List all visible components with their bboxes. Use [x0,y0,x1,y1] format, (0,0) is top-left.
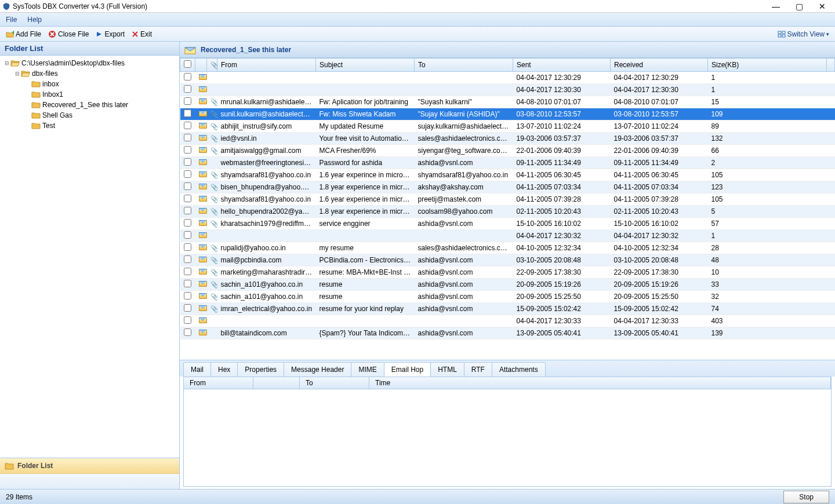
folder-icon [31,80,41,88]
cell-size: 66 [708,145,827,157]
row-checkbox[interactable] [184,255,191,263]
col-header-subject[interactable]: Subject [316,59,415,72]
menu-file[interactable]: File [6,16,17,24]
row-checkbox[interactable] [184,97,191,105]
mail-row[interactable]: bill@tataindicom.com{Spam?} Your Tata In… [180,327,835,339]
cell-sent: 04-10-2005 12:32:34 [513,242,611,254]
preview-col-time[interactable]: Time [369,377,831,389]
tab-properties[interactable]: Properties [237,362,284,377]
mail-row[interactable]: 📎sachin_a101@yahoo.co.inresumeashida@vsn… [180,291,835,303]
switch-view-label: Switch View [787,30,825,38]
row-checkbox[interactable] [184,109,191,117]
mail-row[interactable]: 📎amitjaiswalgg@gmail.comMCA Fresher/69%s… [180,145,835,157]
mail-row[interactable]: 📎mrunal.kulkarni@ashidaelectr...Fw: Apli… [180,96,835,108]
tab-rtf[interactable]: RTF [464,362,492,377]
tab-message-header[interactable]: Message Header [284,362,351,377]
close-button[interactable]: ✕ [816,2,828,11]
row-checkbox[interactable] [184,146,191,154]
col-header-received[interactable]: Received [611,59,708,72]
tab-mail[interactable]: Mail [183,362,211,377]
preview-col-empty[interactable] [253,377,300,389]
row-checkbox[interactable] [184,195,191,202]
row-checkbox[interactable] [184,85,191,93]
col-header-to[interactable]: To [415,59,513,72]
cell-to: ashida@vsnl.com [415,218,513,230]
row-checkbox[interactable] [184,158,191,166]
export-button[interactable]: Export [93,29,127,39]
sidebar-collapse-strip[interactable] [0,474,179,489]
tab-mime[interactable]: MIME [351,362,384,377]
col-header-checkbox[interactable] [180,59,195,72]
tree-node[interactable]: ⊟C:\Users\admin\Desktop\dbx-files [3,58,176,68]
col-header-from[interactable]: From [217,59,316,72]
mail-row[interactable]: 04-04-2017 12:30:3204-04-2017 12:30:321 [180,230,835,242]
row-checkbox[interactable] [184,219,191,227]
mail-row[interactable]: webmaster@freeringtonesindi...Password f… [180,157,835,169]
row-checkbox[interactable] [184,268,191,275]
col-header-icon[interactable] [195,59,207,72]
folder-list-nav-button[interactable]: Folder List [0,458,179,474]
row-checkbox[interactable] [184,304,191,312]
row-checkbox[interactable] [184,207,191,214]
col-header-attachment[interactable]: 📎 [207,59,217,72]
mail-row[interactable]: 📎abhijit_instru@sify.comMy updated Resum… [180,120,835,133]
stop-button[interactable]: Stop [783,491,829,503]
row-checkbox[interactable] [184,134,191,141]
tree-node[interactable]: Inbox1 [3,89,176,100]
mail-row[interactable]: 04-04-2017 12:30:3004-04-2017 12:30:301 [180,84,835,96]
cell-size: 5 [708,206,827,218]
tree-expander[interactable]: ⊟ [14,71,21,76]
tree-node[interactable]: Shell Gas [3,110,176,120]
mail-row[interactable]: 📎sunil.kulkarni@ashidaelectron...Fw: Mis… [180,108,835,120]
mail-row[interactable]: 📎hello_bhupendra2002@yahoo....1.8 year e… [180,206,835,218]
col-header-size[interactable]: Size(KB) [708,59,827,72]
row-checkbox[interactable] [184,292,191,300]
tree-node[interactable]: ⊟dbx-files [3,68,176,79]
row-checkbox[interactable] [184,231,191,239]
row-checkbox[interactable] [184,73,191,81]
select-all-checkbox[interactable] [184,60,191,68]
row-checkbox[interactable] [184,170,191,178]
mail-row[interactable]: 📎shyamdsaraf81@yahoo.co.in1.6 year exper… [180,193,835,206]
preview-col-from[interactable]: From [184,377,253,389]
mail-row[interactable]: 04-04-2017 12:30:3304-04-2017 12:30:3340… [180,315,835,327]
row-checkbox[interactable] [184,182,191,190]
minimize-button[interactable]: — [770,2,782,11]
row-checkbox[interactable] [184,122,191,129]
col-header-sent[interactable]: Sent [513,59,611,72]
close-file-button[interactable]: Close File [46,29,91,39]
row-checkbox[interactable] [184,328,191,336]
attachment-icon: 📎 [210,147,217,155]
exit-button[interactable]: Exit [129,29,154,39]
tree-node[interactable]: Test [3,120,176,131]
tab-attachments[interactable]: Attachments [492,362,546,377]
tree-node[interactable]: inbox [3,79,176,89]
cell-from: marketing@maharashtradirect... [217,266,316,279]
tab-html[interactable]: HTML [430,362,464,377]
mail-row[interactable]: 📎rupalidj@yahoo.co.inmy resumesales@ashi… [180,242,835,254]
mail-grid-scroll[interactable]: 📎 From Subject To Sent Received Size(KB)… [180,58,835,360]
mail-row[interactable]: 📎kharatsachin1979@rediffmail....service … [180,218,835,230]
menu-help[interactable]: Help [27,16,42,24]
mail-row[interactable]: 📎marketing@maharashtradirect...resume: M… [180,266,835,279]
switch-view-button[interactable]: Switch View ▾ [775,29,832,39]
attachment-icon: 📎 [210,195,217,203]
mail-row[interactable]: 04-04-2017 12:30:2904-04-2017 12:30:291 [180,72,835,84]
mail-row[interactable]: 📎mail@pcbindia.comPCBindia.com - Electro… [180,254,835,266]
row-checkbox[interactable] [184,316,191,324]
mail-row[interactable]: 📎shyamdsaraf81@yahoo.co.in1.6 year exper… [180,169,835,181]
tree-expander[interactable]: ⊟ [3,60,10,66]
mail-row[interactable]: 📎ied@vsnl.inYour free visit to Automatio… [180,133,835,145]
mail-row[interactable]: 📎sachin_a101@yahoo.co.inresumeashida@vsn… [180,279,835,291]
mail-row[interactable]: 📎imran_electrical@yahoo.co.inresume for … [180,303,835,315]
cell-size: 32 [708,291,827,303]
add-file-button[interactable]: + Add File [3,29,43,39]
mail-row[interactable]: 📎bisen_bhupendra@yahoo.co.in1.8 year exp… [180,181,835,193]
row-checkbox[interactable] [184,280,191,287]
preview-col-to[interactable]: To [300,377,369,389]
tab-hex[interactable]: Hex [210,362,238,377]
maximize-button[interactable]: ▢ [793,2,805,11]
tree-node[interactable]: Recovered_1_See this later [3,100,176,110]
row-checkbox[interactable] [184,243,191,251]
tab-email-hop[interactable]: Email Hop [384,362,431,377]
